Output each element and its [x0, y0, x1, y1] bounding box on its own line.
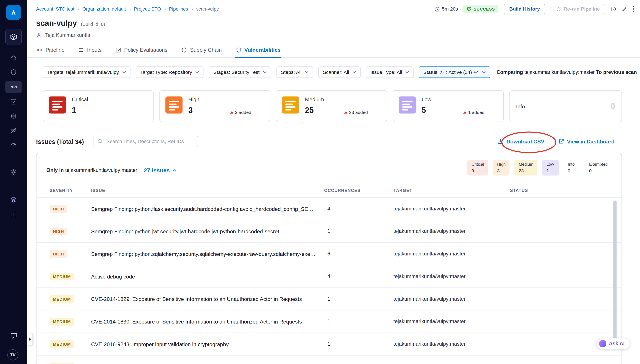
sidebar-item-targets[interactable] — [6, 110, 22, 122]
col-occurrences: OCCURRENCES — [324, 188, 393, 192]
caret-up-icon — [230, 111, 233, 114]
breadcrumb-project[interactable]: Project: STO — [134, 6, 161, 12]
vulnerabilities-shield-icon — [236, 47, 242, 53]
severity-badge: MEDIUM — [50, 318, 74, 326]
supply-chain-icon — [181, 47, 187, 53]
sidebar-item-baselines[interactable] — [6, 124, 22, 136]
table-row-partial[interactable]: MEDIUM CVE-2017-11424: Improper Authenti… — [37, 356, 621, 364]
comparing-target: tejakummarikuntla/vulpy:master — [524, 69, 594, 75]
table-row[interactable]: HIGH Semgrep Finding: python.jwt.securit… — [37, 220, 621, 243]
filter-value: : Active (34) +4 — [446, 69, 479, 75]
sidebar-item-executions[interactable] — [6, 96, 22, 108]
group-collapse-toggle[interactable]: 27 Issues — [144, 167, 177, 174]
user-avatar[interactable]: TK — [7, 349, 18, 360]
info-icon — [610, 6, 616, 12]
search-icon — [97, 138, 103, 144]
shield-icon — [10, 69, 17, 76]
author-row: Teja Kummarikuntla — [27, 32, 640, 38]
filter-label: Scanner: All — [323, 69, 349, 75]
chevron-down-icon — [122, 71, 126, 73]
tab-label: Policy Evaluations — [124, 47, 167, 53]
ask-ai-button[interactable]: Ask AI — [596, 338, 630, 349]
sidebar-expand-toggle[interactable] — [27, 333, 33, 345]
filter-stages[interactable]: Stages: Security Test — [209, 66, 271, 78]
feedback-button[interactable] — [6, 329, 22, 342]
chip-value: 0 — [471, 168, 484, 174]
tab-pipeline[interactable]: Pipeline — [36, 43, 66, 58]
col-issue: ISSUE — [91, 188, 324, 192]
sidebar-item-home[interactable] — [6, 52, 22, 64]
table-row[interactable]: MEDIUM CVE-2014-1830: Exposure of Sensit… — [37, 310, 621, 333]
table-scrollbar[interactable] — [613, 200, 616, 349]
comparing-suffix: To previous scan — [596, 69, 637, 75]
tab-supply-chain[interactable]: Supply Chain — [181, 43, 223, 58]
table-row[interactable]: HIGH Semgrep Finding: python.flask.secur… — [37, 198, 621, 220]
chat-bubble-icon — [10, 332, 17, 339]
breadcrumb-pipelines[interactable]: Pipelines — [169, 6, 188, 12]
filter-scanner[interactable]: Scanner: All — [318, 66, 360, 78]
sidebar-item-modules[interactable] — [6, 208, 22, 220]
table-row[interactable]: HIGH Semgrep Finding: python.sqlalchemy.… — [37, 243, 621, 265]
home-icon — [10, 54, 17, 61]
target: tejakummarikuntla/vulpy:master — [393, 296, 510, 302]
kebab-menu-icon — [633, 6, 634, 12]
app-root: TK Account: STO test › Organization: def… — [0, 0, 640, 364]
edit-pipeline-button[interactable] — [621, 6, 627, 12]
breadcrumb-separator: › — [78, 6, 79, 12]
card-label: Critical — [72, 96, 88, 102]
filter-status[interactable]: Status : Active (34) +4 — [419, 66, 490, 78]
rerun-pipeline-button[interactable]: Re-run Pipeline — [550, 4, 605, 14]
table-row[interactable]: MEDIUM CVE-2016-9243: Improper input val… — [37, 333, 621, 356]
ask-ai-label: Ask AI — [609, 341, 624, 346]
breadcrumb: Account: STO test › Organization: defaul… — [36, 6, 435, 12]
shield-check-icon — [467, 6, 471, 12]
tab-label: Vulnerabilities — [244, 47, 281, 53]
card-label: Info — [516, 103, 525, 110]
severity-card-high: High 3 3 added — [159, 90, 270, 122]
view-in-dashboard-button[interactable]: View in Dashboard — [558, 138, 614, 145]
target: tejakummarikuntla/vulpy:master — [393, 228, 510, 234]
card-count: 3 — [188, 106, 199, 115]
table-row[interactable]: MEDIUM CVE-2014-1829: Exposure of Sensit… — [37, 288, 621, 310]
harness-logo-icon[interactable] — [6, 5, 21, 20]
more-options-button[interactable] — [633, 6, 634, 12]
chip-label: High — [497, 162, 505, 167]
severity-badge: HIGH — [50, 250, 67, 258]
chip-value: 0 — [568, 168, 576, 174]
build-duration: 5m 20s — [434, 6, 458, 12]
card-count: 1 — [72, 106, 88, 115]
chip-exempted: Exempted 0 — [585, 160, 612, 176]
sidebar-item-pipelines[interactable] — [6, 81, 22, 93]
module-selector-icon[interactable] — [6, 29, 22, 45]
sidebar-item-settings[interactable] — [6, 166, 22, 178]
filter-target-type[interactable]: Target Type: Repository — [136, 66, 204, 78]
sidebar-item-scan[interactable] — [6, 66, 22, 78]
table-row[interactable]: MEDIUM Active debug code 4 tejakummariku… — [37, 265, 621, 288]
tab-vulnerabilities[interactable]: Vulnerabilities — [235, 43, 281, 58]
target: tejakummarikuntla/vulpy:master — [393, 318, 510, 324]
breadcrumb-account[interactable]: Account: STO test — [36, 6, 74, 12]
occurrences: 1 — [324, 228, 393, 234]
grid-icon — [10, 211, 17, 218]
search-input[interactable] — [94, 136, 198, 147]
tab-inputs[interactable]: Inputs — [78, 43, 102, 58]
layers-icon — [10, 196, 17, 203]
download-csv-button[interactable]: Download CSV — [498, 138, 544, 145]
clock-icon — [434, 6, 440, 12]
added-delta: 23 added — [344, 110, 368, 115]
occurrences: 4 — [324, 206, 393, 212]
sidebar-item-chaos-module[interactable] — [6, 194, 22, 206]
severity-card-critical: Critical 1 — [43, 90, 154, 122]
only-in-label: Only in — [46, 167, 64, 173]
tab-policy-evaluations[interactable]: Policy Evaluations — [115, 43, 168, 58]
sidebar-item-overview[interactable] — [6, 138, 22, 151]
build-history-button[interactable]: Build History — [504, 4, 545, 14]
info-button[interactable] — [610, 6, 616, 12]
col-severity: SEVERITY — [50, 188, 91, 192]
breadcrumb-organization[interactable]: Organization: default — [82, 6, 126, 12]
filter-issue-type[interactable]: Issue Type: All — [366, 66, 413, 78]
filter-steps[interactable]: Steps: All — [276, 66, 313, 78]
issue-title: Semgrep Finding: python.flask.security.a… — [91, 206, 324, 212]
issues-group-header: Only in tejakummarikuntla/vulpy:master 2… — [37, 153, 621, 180]
filter-targets[interactable]: Targets: tejakummarikuntla/vulpy — [43, 66, 130, 78]
